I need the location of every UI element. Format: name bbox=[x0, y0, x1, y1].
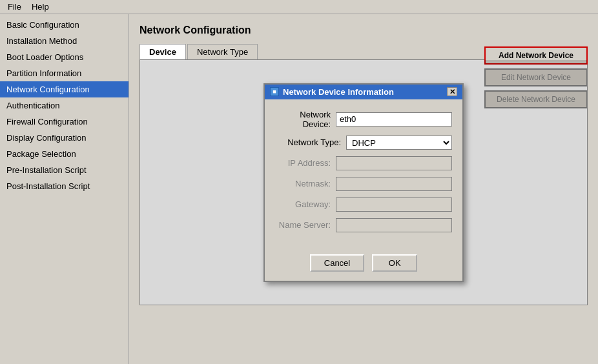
menu-help[interactable]: Help bbox=[26, 1, 54, 13]
sidebar-item-pre-install[interactable]: Pre-Installation Script bbox=[0, 162, 129, 178]
sidebar-item-firewall-config[interactable]: Firewall Configuration bbox=[0, 114, 129, 130]
menu-file[interactable]: File bbox=[3, 1, 26, 13]
ip-address-label: IP Address: bbox=[275, 158, 336, 168]
network-device-label: Network Device: bbox=[275, 110, 336, 129]
page-title: Network Configuration bbox=[139, 25, 588, 36]
sidebar-item-display-config[interactable]: Display Configuration bbox=[0, 130, 129, 146]
sidebar-item-post-install[interactable]: Post-Installation Script bbox=[0, 178, 129, 194]
network-device-dialog: ■ Network Device Information ✕ Network D… bbox=[263, 83, 464, 282]
network-type-select[interactable]: DHCP Static bbox=[346, 136, 452, 150]
dialog-buttons: Cancel OK bbox=[265, 249, 462, 281]
modal-overlay: ■ Network Device Information ✕ Network D… bbox=[140, 60, 587, 305]
sidebar-item-installation-method[interactable]: Installation Method bbox=[0, 33, 129, 49]
sidebar-item-network-config[interactable]: Network Configuration bbox=[0, 81, 129, 97]
dialog-titlebar: ■ Network Device Information ✕ bbox=[265, 85, 462, 99]
gateway-row: Gateway: bbox=[275, 197, 452, 212]
gateway-input bbox=[336, 197, 452, 212]
sidebar-item-partition-info[interactable]: Partition Information bbox=[0, 65, 129, 81]
sidebar-item-basic-config[interactable]: Basic Configuration bbox=[0, 17, 129, 33]
sidebar-item-boot-loader[interactable]: Boot Loader Options bbox=[0, 49, 129, 65]
dialog-titlebar-left: ■ Network Device Information bbox=[270, 87, 394, 97]
sidebar-item-package-selection[interactable]: Package Selection bbox=[0, 146, 129, 162]
main-layout: Basic Configuration Installation Method … bbox=[0, 14, 598, 364]
network-type-row: Network Type: DHCP Static bbox=[275, 136, 452, 150]
close-icon[interactable]: ✕ bbox=[447, 87, 457, 96]
network-device-input[interactable] bbox=[336, 112, 452, 126]
dialog-title: Network Device Information bbox=[283, 87, 394, 97]
content-area: Network Configuration Device Network Typ… bbox=[129, 14, 598, 364]
sidebar: Basic Configuration Installation Method … bbox=[0, 14, 129, 364]
netmask-row: Netmask: bbox=[275, 177, 452, 191]
name-server-row: Name Server: bbox=[275, 218, 452, 232]
menubar: File Help bbox=[0, 0, 598, 14]
gateway-label: Gateway: bbox=[275, 199, 336, 209]
ip-address-input bbox=[336, 156, 452, 170]
dialog-icon: ■ bbox=[270, 87, 279, 96]
tab-content: ■ Network Device Information ✕ Network D… bbox=[139, 60, 588, 305]
netmask-label: Netmask: bbox=[275, 179, 336, 188]
name-server-label: Name Server: bbox=[275, 220, 336, 230]
name-server-input bbox=[336, 218, 452, 232]
tab-device[interactable]: Device bbox=[139, 44, 186, 59]
ok-button[interactable]: OK bbox=[372, 254, 417, 272]
network-device-row: Network Device: bbox=[275, 110, 452, 129]
netmask-input bbox=[336, 177, 452, 191]
ip-address-row: IP Address: bbox=[275, 156, 452, 170]
network-type-label: Network Type: bbox=[275, 137, 346, 147]
tab-network-type[interactable]: Network Type bbox=[187, 44, 258, 59]
sidebar-item-authentication[interactable]: Authentication bbox=[0, 97, 129, 114]
dialog-body: Network Device: Network Type: DHCP Stati… bbox=[265, 99, 462, 249]
cancel-button[interactable]: Cancel bbox=[310, 254, 364, 272]
